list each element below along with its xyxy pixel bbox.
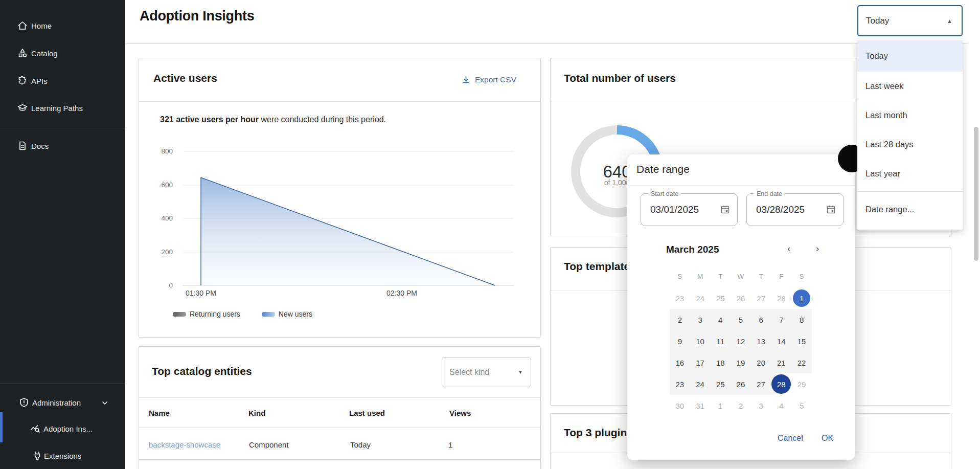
sidebar-item-label: Administration — [32, 398, 81, 407]
cancel-button[interactable]: Cancel — [778, 434, 803, 443]
graduation-cap-icon — [17, 102, 28, 114]
calendar-day[interactable]: 5 — [791, 395, 812, 416]
menu-divider — [857, 191, 963, 192]
calendar-day[interactable]: 19 — [731, 352, 751, 373]
period-select[interactable]: Today ▲ — [857, 5, 963, 36]
calendar-day[interactable]: 31 — [690, 395, 711, 416]
calendar-day[interactable]: 30 — [670, 395, 690, 416]
calendar-day[interactable]: 13 — [751, 330, 771, 352]
date-range-dialog: Date range Start date 03/01/2025 End dat… — [627, 154, 855, 460]
total-users-card-title: Total number of users — [564, 72, 676, 84]
sidebar-item-administration[interactable]: Administration — [0, 389, 125, 416]
calendar-day[interactable]: 24 — [690, 373, 711, 395]
period-menu-item[interactable]: Last month — [857, 101, 963, 130]
sidebar-item-catalog[interactable]: Catalog — [0, 40, 125, 66]
calendar-grid: 2324252627281234567891011121314151617181… — [670, 287, 812, 416]
api-icon — [17, 75, 28, 86]
vertical-scrollbar-thumb[interactable] — [974, 127, 978, 261]
column-header-views: Views — [449, 409, 471, 417]
y-tick: 0 — [150, 281, 173, 289]
entity-name-link[interactable]: backstage-showcase — [149, 440, 220, 449]
calendar-day[interactable]: 3 — [751, 395, 771, 416]
export-csv-label: Export CSV — [475, 75, 516, 84]
export-csv-button[interactable]: Export CSV — [462, 75, 516, 84]
calendar-weekday-row: SMTWTFS — [670, 273, 812, 280]
insights-chart-icon — [30, 423, 41, 434]
start-date-field[interactable]: Start date 03/01/2025 — [641, 193, 738, 226]
calendar-day[interactable]: 26 — [731, 373, 751, 395]
sidebar-item-docs[interactable]: Docs — [0, 132, 125, 159]
calendar-day[interactable]: 9 — [670, 330, 690, 352]
calendar-day[interactable]: 18 — [710, 352, 731, 373]
calendar-day[interactable]: 3 — [690, 309, 711, 330]
calendar-day[interactable]: 23 — [670, 373, 690, 395]
arrow-down-icon: ▼ — [518, 369, 523, 375]
sidebar-item-label: Home — [31, 21, 52, 30]
table-divider — [139, 397, 540, 398]
catalog-icon — [17, 48, 28, 59]
calendar-day[interactable]: 22 — [791, 352, 812, 373]
calendar-day[interactable]: 25 — [710, 287, 731, 309]
calendar-day[interactable]: 4 — [771, 395, 792, 416]
chart-legend: Returning users New users — [173, 310, 312, 318]
chevron-down-icon[interactable] — [101, 399, 108, 408]
period-menu-item[interactable]: Today — [857, 40, 963, 72]
calendar-day[interactable]: 12 — [731, 330, 751, 352]
calendar-day[interactable]: 28 — [771, 373, 792, 395]
calendar-week-row: 2345678 — [670, 309, 812, 330]
period-menu-item[interactable]: Last 28 days — [857, 130, 963, 159]
calendar-next-button[interactable]: › — [816, 243, 819, 254]
calendar-day[interactable]: 23 — [670, 287, 690, 309]
calendar-day[interactable]: 5 — [731, 309, 751, 330]
sidebar-item-adoption-insights[interactable]: Adoption Ins... — [0, 415, 125, 442]
calendar-day[interactable]: 15 — [791, 330, 812, 352]
calendar-day[interactable]: 11 — [710, 330, 731, 352]
calendar-week-row: 9101112131415 — [670, 330, 812, 352]
calendar-day[interactable]: 14 — [771, 330, 792, 352]
calendar-day[interactable]: 2 — [670, 309, 690, 330]
kind-select[interactable]: Select kind ▼ — [442, 357, 531, 387]
calendar-day[interactable]: 8 — [791, 309, 812, 330]
ok-button[interactable]: OK — [822, 434, 833, 443]
calendar-icon[interactable] — [720, 205, 730, 216]
sidebar-item-apis[interactable]: APIs — [0, 68, 125, 94]
calendar-day[interactable]: 24 — [690, 287, 711, 309]
calendar-day[interactable]: 7 — [771, 309, 792, 330]
calendar-day[interactable]: 10 — [690, 330, 711, 352]
calendar-day[interactable]: 29 — [791, 373, 812, 395]
sidebar-item-home[interactable]: Home — [0, 12, 125, 39]
calendar-day[interactable]: 27 — [751, 373, 771, 395]
sidebar-item-label: APIs — [31, 77, 48, 85]
sidebar-divider — [0, 128, 125, 128]
sidebar-item-extensions[interactable]: Extensions — [0, 442, 125, 469]
sidebar-item-learning-paths[interactable]: Learning Paths — [0, 95, 125, 121]
calendar-day[interactable]: 2 — [731, 395, 751, 416]
calendar-day[interactable]: 28 — [771, 287, 792, 309]
header-divider — [125, 43, 968, 44]
period-menu-item-date-range[interactable]: Date range... — [857, 194, 963, 225]
entity-kind-cell: Component — [249, 440, 289, 449]
calendar-prev-button[interactable]: ‹ — [787, 243, 790, 254]
entity-last-used-cell: Today — [350, 440, 371, 449]
weekday-label: F — [771, 273, 792, 280]
calendar-day[interactable]: 21 — [771, 352, 792, 373]
calendar-day[interactable]: 17 — [690, 352, 711, 373]
calendar-week-row: 2324252627281 — [670, 287, 812, 309]
calendar-day[interactable]: 6 — [751, 309, 771, 330]
calendar-day[interactable]: 25 — [710, 373, 731, 395]
calendar-day[interactable]: 26 — [731, 287, 751, 309]
calendar-day[interactable]: 1 — [791, 287, 812, 309]
calendar-week-row: 16171819202122 — [670, 352, 812, 373]
calendar-day[interactable]: 20 — [751, 352, 771, 373]
period-menu-item[interactable]: Last week — [857, 72, 963, 101]
calendar-day[interactable]: 27 — [751, 287, 771, 309]
period-menu-item[interactable]: Last year — [857, 159, 963, 188]
kind-select-placeholder: Select kind — [449, 368, 489, 377]
weekday-label: T — [710, 273, 731, 280]
calendar-day[interactable]: 16 — [670, 352, 690, 373]
weekday-label: M — [690, 273, 711, 280]
calendar-icon[interactable] — [826, 205, 836, 216]
calendar-day[interactable]: 1 — [710, 395, 731, 416]
end-date-field[interactable]: End date 03/28/2025 — [746, 193, 844, 226]
calendar-day[interactable]: 4 — [710, 309, 731, 330]
